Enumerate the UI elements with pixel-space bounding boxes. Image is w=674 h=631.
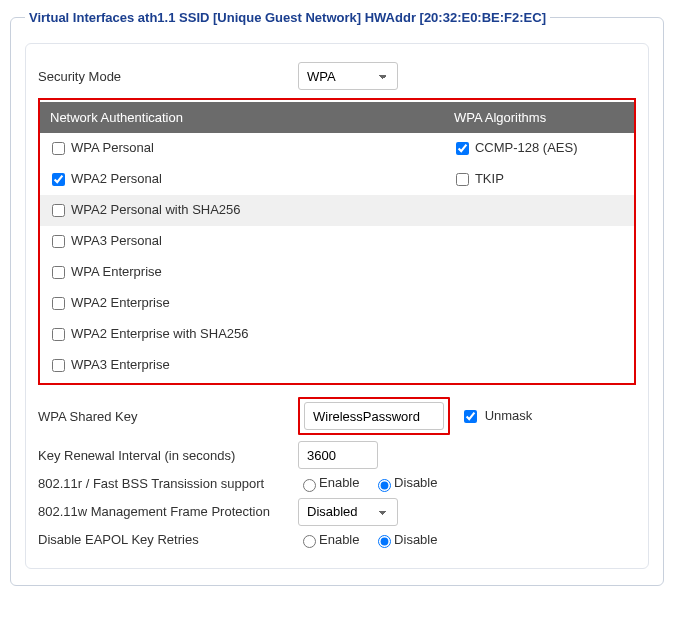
- auth-left-cell: WPA2 Personal with SHA256: [40, 195, 444, 226]
- table-row: WPA2 Personal with SHA256: [40, 195, 634, 226]
- auth-left-cell: WPA3 Personal: [40, 226, 444, 257]
- key-renewal-input[interactable]: [298, 441, 378, 469]
- fast-bss-enable-option[interactable]: Enable: [298, 475, 359, 490]
- auth-left-label: WPA2 Personal with SHA256: [71, 202, 241, 217]
- eapol-label: Disable EAPOL Key Retries: [38, 532, 298, 547]
- fast-bss-row: 802.11r / Fast BSS Transission support E…: [38, 475, 636, 492]
- fieldset-legend: Virtual Interfaces ath1.1 SSID [Unique G…: [25, 10, 550, 25]
- key-renewal-row: Key Renewal Interval (in seconds): [38, 441, 636, 469]
- mfp-select[interactable]: Disabled: [298, 498, 398, 526]
- eapol-disable-radio[interactable]: [378, 535, 391, 548]
- wpa-key-row: WPA Shared Key Unmask: [38, 397, 636, 435]
- mfp-label: 802.11w Management Frame Protection: [38, 504, 298, 519]
- auth-left-label: WPA Personal: [71, 140, 154, 155]
- virtual-interface-fieldset: Virtual Interfaces ath1.1 SSID [Unique G…: [10, 10, 664, 586]
- fast-bss-disable-option[interactable]: Disable: [373, 475, 437, 490]
- auth-right-cell: [444, 350, 634, 381]
- table-row: WPA3 Personal: [40, 226, 634, 257]
- auth-right-cell: CCMP-128 (AES): [444, 133, 634, 164]
- auth-left-label: WPA2 Personal: [71, 171, 162, 186]
- auth-right-cell: TKIP: [444, 164, 634, 195]
- table-row: WPA2 Enterprise with SHA256: [40, 319, 634, 350]
- auth-highlight-box: Network Authentication WPA Algorithms WP…: [38, 98, 636, 385]
- auth-left-label: WPA2 Enterprise: [71, 295, 170, 310]
- auth-right-checkbox[interactable]: [456, 173, 469, 186]
- auth-right-cell: [444, 226, 634, 257]
- auth-right-cell: [444, 257, 634, 288]
- auth-header-right: WPA Algorithms: [444, 102, 634, 133]
- unmask-checkbox[interactable]: [464, 410, 477, 423]
- auth-right-cell: [444, 195, 634, 226]
- auth-header-left: Network Authentication: [40, 102, 444, 133]
- fast-bss-label: 802.11r / Fast BSS Transission support: [38, 476, 298, 491]
- auth-right-label: CCMP-128 (AES): [475, 140, 578, 155]
- wpa-key-highlight: [298, 397, 450, 435]
- eapol-enable-option[interactable]: Enable: [298, 532, 359, 547]
- eapol-row: Disable EAPOL Key Retries Enable Disable: [38, 532, 636, 549]
- table-row: WPA2 PersonalTKIP: [40, 164, 634, 195]
- unmask-label: Unmask: [485, 407, 533, 422]
- security-mode-label: Security Mode: [38, 69, 298, 84]
- auth-left-label: WPA Enterprise: [71, 264, 162, 279]
- auth-left-checkbox[interactable]: [52, 266, 65, 279]
- auth-right-checkbox[interactable]: [456, 142, 469, 155]
- auth-right-cell: [444, 288, 634, 319]
- auth-left-checkbox[interactable]: [52, 297, 65, 310]
- fast-bss-enable-radio[interactable]: [303, 479, 316, 492]
- table-row: WPA Enterprise: [40, 257, 634, 288]
- auth-left-cell: WPA Personal: [40, 133, 444, 164]
- auth-left-checkbox[interactable]: [52, 359, 65, 372]
- security-mode-select[interactable]: WPA: [298, 62, 398, 90]
- auth-left-cell: WPA3 Enterprise: [40, 350, 444, 381]
- auth-left-label: WPA3 Enterprise: [71, 357, 170, 372]
- auth-left-label: WPA2 Enterprise with SHA256: [71, 326, 249, 341]
- auth-left-checkbox[interactable]: [52, 173, 65, 186]
- auth-left-checkbox[interactable]: [52, 235, 65, 248]
- auth-right-label: TKIP: [475, 171, 504, 186]
- settings-panel: Security Mode WPA Network Authentication…: [25, 43, 649, 569]
- auth-left-cell: WPA Enterprise: [40, 257, 444, 288]
- key-renewal-label: Key Renewal Interval (in seconds): [38, 448, 298, 463]
- auth-left-checkbox[interactable]: [52, 204, 65, 217]
- auth-table: Network Authentication WPA Algorithms WP…: [40, 102, 634, 381]
- table-row: WPA PersonalCCMP-128 (AES): [40, 133, 634, 164]
- auth-left-cell: WPA2 Enterprise with SHA256: [40, 319, 444, 350]
- auth-left-checkbox[interactable]: [52, 142, 65, 155]
- wpa-key-label: WPA Shared Key: [38, 409, 298, 424]
- eapol-enable-radio[interactable]: [303, 535, 316, 548]
- wpa-key-input[interactable]: [304, 402, 444, 430]
- table-row: WPA3 Enterprise: [40, 350, 634, 381]
- auth-right-cell: [444, 319, 634, 350]
- table-row: WPA2 Enterprise: [40, 288, 634, 319]
- auth-left-checkbox[interactable]: [52, 328, 65, 341]
- auth-left-cell: WPA2 Personal: [40, 164, 444, 195]
- auth-left-label: WPA3 Personal: [71, 233, 162, 248]
- mfp-row: 802.11w Management Frame Protection Disa…: [38, 498, 636, 526]
- fast-bss-disable-radio[interactable]: [378, 479, 391, 492]
- fast-bss-radio-group: Enable Disable: [298, 475, 447, 492]
- eapol-disable-option[interactable]: Disable: [373, 532, 437, 547]
- eapol-radio-group: Enable Disable: [298, 532, 447, 549]
- auth-left-cell: WPA2 Enterprise: [40, 288, 444, 319]
- security-mode-row: Security Mode WPA: [38, 62, 636, 90]
- unmask-wrap: Unmask: [460, 407, 532, 426]
